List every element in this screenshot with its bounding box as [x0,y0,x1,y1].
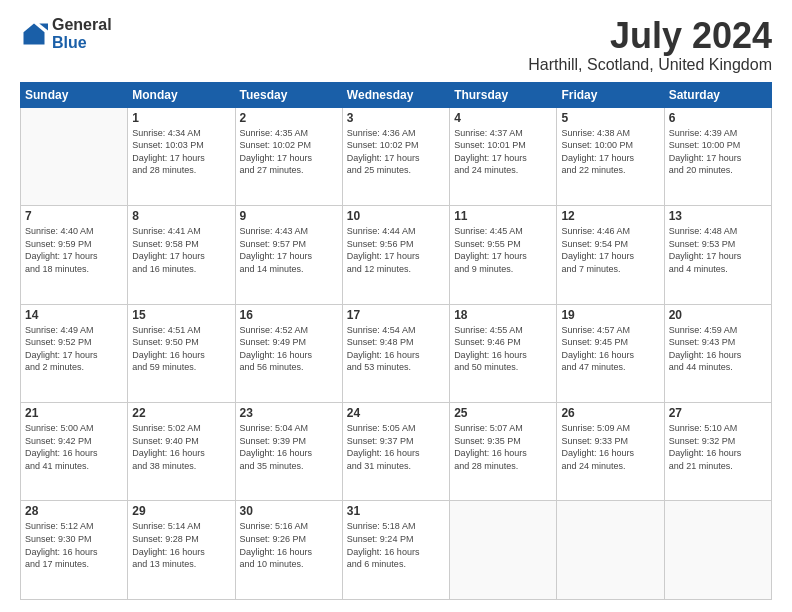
day-info: Sunrise: 5:09 AM Sunset: 9:33 PM Dayligh… [561,422,659,472]
day-info: Sunrise: 4:46 AM Sunset: 9:54 PM Dayligh… [561,225,659,275]
calendar-cell: 20Sunrise: 4:59 AM Sunset: 9:43 PM Dayli… [664,304,771,402]
col-saturday: Saturday [664,82,771,107]
calendar-cell: 15Sunrise: 4:51 AM Sunset: 9:50 PM Dayli… [128,304,235,402]
col-tuesday: Tuesday [235,82,342,107]
day-number: 20 [669,308,767,322]
calendar-cell: 27Sunrise: 5:10 AM Sunset: 9:32 PM Dayli… [664,403,771,501]
calendar-cell: 23Sunrise: 5:04 AM Sunset: 9:39 PM Dayli… [235,403,342,501]
day-info: Sunrise: 5:04 AM Sunset: 9:39 PM Dayligh… [240,422,338,472]
day-info: Sunrise: 4:51 AM Sunset: 9:50 PM Dayligh… [132,324,230,374]
day-number: 14 [25,308,123,322]
day-number: 25 [454,406,552,420]
calendar-week-5: 28Sunrise: 5:12 AM Sunset: 9:30 PM Dayli… [21,501,772,600]
calendar-cell: 1Sunrise: 4:34 AM Sunset: 10:03 PM Dayli… [128,107,235,205]
calendar-cell: 21Sunrise: 5:00 AM Sunset: 9:42 PM Dayli… [21,403,128,501]
day-info: Sunrise: 5:02 AM Sunset: 9:40 PM Dayligh… [132,422,230,472]
col-monday: Monday [128,82,235,107]
calendar-week-4: 21Sunrise: 5:00 AM Sunset: 9:42 PM Dayli… [21,403,772,501]
calendar-cell: 11Sunrise: 4:45 AM Sunset: 9:55 PM Dayli… [450,206,557,304]
day-info: Sunrise: 5:18 AM Sunset: 9:24 PM Dayligh… [347,520,445,570]
col-wednesday: Wednesday [342,82,449,107]
day-number: 27 [669,406,767,420]
calendar-cell: 25Sunrise: 5:07 AM Sunset: 9:35 PM Dayli… [450,403,557,501]
day-info: Sunrise: 4:52 AM Sunset: 9:49 PM Dayligh… [240,324,338,374]
calendar-cell: 7Sunrise: 4:40 AM Sunset: 9:59 PM Daylig… [21,206,128,304]
day-number: 21 [25,406,123,420]
day-number: 8 [132,209,230,223]
day-info: Sunrise: 5:05 AM Sunset: 9:37 PM Dayligh… [347,422,445,472]
calendar-cell: 31Sunrise: 5:18 AM Sunset: 9:24 PM Dayli… [342,501,449,600]
calendar-cell: 10Sunrise: 4:44 AM Sunset: 9:56 PM Dayli… [342,206,449,304]
calendar-cell: 4Sunrise: 4:37 AM Sunset: 10:01 PM Dayli… [450,107,557,205]
day-info: Sunrise: 4:57 AM Sunset: 9:45 PM Dayligh… [561,324,659,374]
day-info: Sunrise: 4:54 AM Sunset: 9:48 PM Dayligh… [347,324,445,374]
calendar-cell: 13Sunrise: 4:48 AM Sunset: 9:53 PM Dayli… [664,206,771,304]
calendar-cell [557,501,664,600]
day-info: Sunrise: 4:39 AM Sunset: 10:00 PM Daylig… [669,127,767,177]
day-number: 3 [347,111,445,125]
day-info: Sunrise: 4:43 AM Sunset: 9:57 PM Dayligh… [240,225,338,275]
day-number: 31 [347,504,445,518]
day-info: Sunrise: 5:10 AM Sunset: 9:32 PM Dayligh… [669,422,767,472]
day-number: 7 [25,209,123,223]
calendar-cell: 3Sunrise: 4:36 AM Sunset: 10:02 PM Dayli… [342,107,449,205]
main-title: July 2024 [528,16,772,56]
calendar-cell [664,501,771,600]
calendar-cell: 22Sunrise: 5:02 AM Sunset: 9:40 PM Dayli… [128,403,235,501]
day-number: 28 [25,504,123,518]
page: General Blue July 2024 Harthill, Scotlan… [0,0,792,612]
calendar-cell [21,107,128,205]
calendar-header-row: Sunday Monday Tuesday Wednesday Thursday… [21,82,772,107]
day-info: Sunrise: 4:55 AM Sunset: 9:46 PM Dayligh… [454,324,552,374]
day-info: Sunrise: 4:48 AM Sunset: 9:53 PM Dayligh… [669,225,767,275]
day-number: 12 [561,209,659,223]
calendar-week-2: 7Sunrise: 4:40 AM Sunset: 9:59 PM Daylig… [21,206,772,304]
calendar-cell: 30Sunrise: 5:16 AM Sunset: 9:26 PM Dayli… [235,501,342,600]
day-number: 1 [132,111,230,125]
calendar-cell: 5Sunrise: 4:38 AM Sunset: 10:00 PM Dayli… [557,107,664,205]
day-info: Sunrise: 4:38 AM Sunset: 10:00 PM Daylig… [561,127,659,177]
calendar-table: Sunday Monday Tuesday Wednesday Thursday… [20,82,772,600]
day-info: Sunrise: 5:07 AM Sunset: 9:35 PM Dayligh… [454,422,552,472]
calendar-cell: 14Sunrise: 4:49 AM Sunset: 9:52 PM Dayli… [21,304,128,402]
day-number: 17 [347,308,445,322]
svg-marker-0 [24,23,45,44]
calendar-cell: 28Sunrise: 5:12 AM Sunset: 9:30 PM Dayli… [21,501,128,600]
calendar-cell: 26Sunrise: 5:09 AM Sunset: 9:33 PM Dayli… [557,403,664,501]
day-info: Sunrise: 4:44 AM Sunset: 9:56 PM Dayligh… [347,225,445,275]
calendar-cell: 16Sunrise: 4:52 AM Sunset: 9:49 PM Dayli… [235,304,342,402]
logo: General Blue [20,16,112,51]
day-info: Sunrise: 5:12 AM Sunset: 9:30 PM Dayligh… [25,520,123,570]
logo-icon [20,20,48,48]
day-number: 6 [669,111,767,125]
calendar-cell: 17Sunrise: 4:54 AM Sunset: 9:48 PM Dayli… [342,304,449,402]
day-info: Sunrise: 4:34 AM Sunset: 10:03 PM Daylig… [132,127,230,177]
title-block: July 2024 Harthill, Scotland, United Kin… [528,16,772,74]
day-number: 9 [240,209,338,223]
col-sunday: Sunday [21,82,128,107]
day-info: Sunrise: 4:49 AM Sunset: 9:52 PM Dayligh… [25,324,123,374]
day-info: Sunrise: 4:41 AM Sunset: 9:58 PM Dayligh… [132,225,230,275]
calendar-cell: 19Sunrise: 4:57 AM Sunset: 9:45 PM Dayli… [557,304,664,402]
calendar-week-3: 14Sunrise: 4:49 AM Sunset: 9:52 PM Dayli… [21,304,772,402]
day-info: Sunrise: 4:36 AM Sunset: 10:02 PM Daylig… [347,127,445,177]
day-info: Sunrise: 5:00 AM Sunset: 9:42 PM Dayligh… [25,422,123,472]
day-info: Sunrise: 4:45 AM Sunset: 9:55 PM Dayligh… [454,225,552,275]
day-number: 13 [669,209,767,223]
header: General Blue July 2024 Harthill, Scotlan… [20,16,772,74]
logo-text: General Blue [52,16,112,51]
day-number: 26 [561,406,659,420]
day-info: Sunrise: 4:40 AM Sunset: 9:59 PM Dayligh… [25,225,123,275]
day-number: 16 [240,308,338,322]
day-number: 11 [454,209,552,223]
col-friday: Friday [557,82,664,107]
day-number: 29 [132,504,230,518]
calendar-cell: 29Sunrise: 5:14 AM Sunset: 9:28 PM Dayli… [128,501,235,600]
day-info: Sunrise: 5:14 AM Sunset: 9:28 PM Dayligh… [132,520,230,570]
calendar-cell: 18Sunrise: 4:55 AM Sunset: 9:46 PM Dayli… [450,304,557,402]
calendar-cell: 8Sunrise: 4:41 AM Sunset: 9:58 PM Daylig… [128,206,235,304]
day-number: 30 [240,504,338,518]
day-number: 24 [347,406,445,420]
col-thursday: Thursday [450,82,557,107]
day-number: 2 [240,111,338,125]
